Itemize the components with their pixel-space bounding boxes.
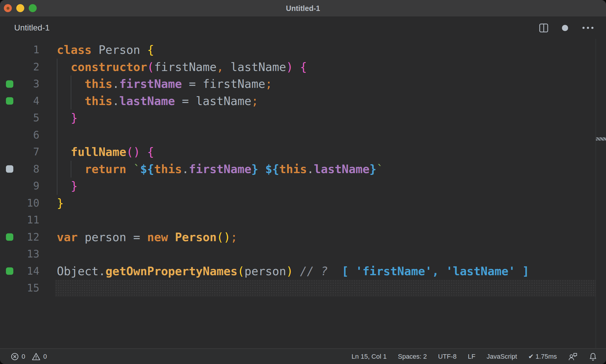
feedback-icon[interactable]: [568, 352, 578, 361]
code-line-6[interactable]: 6: [0, 127, 606, 144]
code-line-4[interactable]: 4 this.lastName = lastName;: [0, 93, 606, 110]
code-text: }: [57, 195, 64, 212]
code-token: =: [133, 231, 140, 244]
line-number[interactable]: 5: [0, 109, 39, 127]
more-actions-icon[interactable]: [582, 26, 594, 30]
editor[interactable]: 1class Person {2 constructor(firstName, …: [0, 39, 606, 349]
code-text: class Person {: [57, 41, 154, 59]
code-token: (: [147, 60, 154, 74]
status-encoding[interactable]: UTF-8: [438, 353, 457, 360]
overview-ruler-marker: [596, 137, 606, 141]
code-token: [293, 60, 300, 74]
line-number[interactable]: 12: [0, 229, 39, 246]
code-token: [57, 111, 71, 125]
line-number[interactable]: 8: [0, 161, 39, 178]
code-token: Person: [175, 231, 217, 244]
code-token: class: [57, 43, 91, 57]
code-line-1[interactable]: 1class Person {: [0, 41, 606, 59]
code-line-15[interactable]: 15: [0, 280, 606, 297]
current-line-highlight: [55, 280, 596, 297]
problem-count: 0: [43, 353, 47, 360]
code-token: {: [300, 60, 307, 74]
code-token: [57, 94, 85, 108]
code-token: this: [85, 94, 112, 108]
code-token: ;: [231, 231, 237, 244]
line-number[interactable]: 9: [0, 178, 39, 195]
line-number[interactable]: 10: [0, 195, 39, 212]
code-line-14[interactable]: 14Object.getOwnPropertyNames(person) // …: [0, 263, 606, 280]
line-number[interactable]: 13: [0, 246, 39, 263]
line-number[interactable]: 7: [0, 144, 39, 161]
line-number[interactable]: 11: [0, 212, 39, 229]
code-token: ): [286, 265, 293, 278]
line-number[interactable]: 1: [0, 41, 39, 59]
code-text: Object.getOwnPropertyNames(person) // ? …: [57, 263, 529, 280]
code-token: {: [147, 145, 154, 159]
overview-ruler-border: [596, 39, 596, 349]
bell-icon[interactable]: [589, 352, 597, 361]
code-token: .: [112, 77, 119, 91]
problems-status[interactable]: 00: [11, 352, 51, 361]
code-token: return: [85, 162, 126, 176]
code-token: }: [71, 111, 78, 125]
code-token: [57, 162, 85, 176]
code-line-9[interactable]: 9 }: [0, 178, 606, 195]
code-line-2[interactable]: 2 constructor(firstName, lastName) {: [0, 59, 606, 76]
code-text: this.lastName = lastName;: [57, 93, 258, 110]
code-line-12[interactable]: 12var person = new Person();: [0, 229, 606, 246]
code-token: this: [154, 162, 182, 176]
line-number[interactable]: 6: [0, 127, 39, 144]
split-editor-icon[interactable]: [539, 23, 548, 33]
status-quokka-time[interactable]: ✔ 1.75ms: [528, 353, 557, 360]
code-token: [258, 162, 265, 176]
code-line-8[interactable]: 8 return `${this.firstName} ${this.lastN…: [0, 161, 606, 178]
line-number[interactable]: 3: [0, 75, 39, 93]
code-token: lastName: [314, 162, 370, 176]
code-line-11[interactable]: 11: [0, 212, 606, 229]
code-token: .: [182, 162, 189, 176]
problem-count: 0: [22, 353, 25, 360]
tab-untitled-1[interactable]: Untitled-1: [14, 23, 50, 33]
code-line-7[interactable]: 7 fullName() {: [0, 144, 606, 161]
line-number[interactable]: 2: [0, 59, 39, 76]
code-token: lastName: [196, 94, 252, 108]
problem-error-circle-icon: 0: [11, 352, 25, 361]
tab-bar: Untitled-1: [0, 17, 606, 39]
code-token: }: [251, 162, 258, 176]
code-token: .: [99, 265, 105, 278]
code-line-3[interactable]: 3 this.firstName = firstName;: [0, 75, 606, 93]
code-line-10[interactable]: 10}: [0, 195, 606, 212]
code-token: firstName: [203, 77, 265, 91]
code-token: [57, 179, 71, 193]
warning-triangle-icon: [32, 352, 41, 361]
code-token: [293, 265, 300, 278]
code-token: (): [217, 231, 231, 244]
line-number[interactable]: 4: [0, 93, 39, 110]
status-cursor-position[interactable]: Ln 15, Col 1: [352, 353, 387, 360]
code-token: }: [370, 162, 376, 176]
dirty-indicator-dot: [562, 25, 568, 31]
code-token: `: [376, 162, 383, 176]
window-title: Untitled-1: [0, 0, 606, 17]
code-token: this: [85, 77, 112, 91]
code-token: =: [175, 94, 196, 108]
line-number[interactable]: 14: [0, 263, 39, 280]
code-line-13[interactable]: 13: [0, 246, 606, 263]
titlebar: Untitled-1: [0, 0, 606, 17]
code-token: [328, 265, 342, 278]
code-token: [168, 231, 175, 244]
code-token: [126, 162, 133, 176]
code-line-5[interactable]: 5 }: [0, 109, 606, 127]
code-token: Person: [91, 43, 147, 57]
code-text: fullName() {: [57, 144, 154, 161]
status-indentation[interactable]: Spaces: 2: [398, 353, 427, 360]
code-token: firstName: [189, 162, 251, 176]
status-eol[interactable]: LF: [468, 353, 476, 360]
code-text: }: [57, 109, 78, 127]
code-token: .: [112, 94, 119, 108]
code-token: new: [147, 231, 168, 244]
code-token: ${: [265, 162, 279, 176]
line-number[interactable]: 15: [0, 280, 39, 297]
code-token: firstName: [154, 60, 217, 74]
status-language-mode[interactable]: JavaScript: [487, 353, 517, 360]
